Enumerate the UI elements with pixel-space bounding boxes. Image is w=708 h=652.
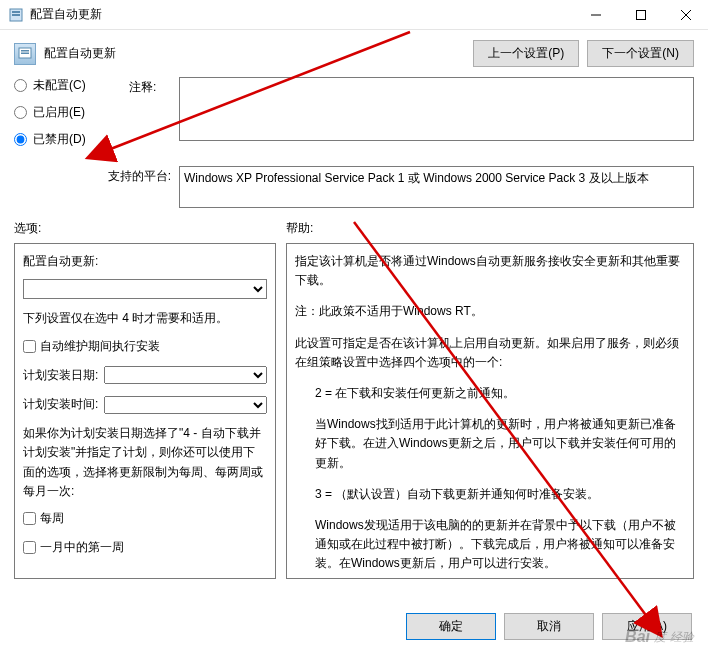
day-select[interactable]: [104, 366, 267, 384]
options-title: 配置自动更新:: [23, 252, 267, 271]
chk-weekly[interactable]: 每周: [23, 509, 267, 528]
radio-not-configured-label: 未配置(C): [33, 77, 86, 94]
svg-rect-8: [21, 50, 29, 52]
config-select[interactable]: [23, 279, 267, 299]
svg-rect-4: [636, 10, 645, 19]
radio-disabled[interactable]: 已禁用(D): [14, 131, 129, 148]
ok-button[interactable]: 确定: [406, 613, 496, 640]
radio-not-configured[interactable]: 未配置(C): [14, 77, 129, 94]
radio-disabled-label: 已禁用(D): [33, 131, 86, 148]
footer: 确定 取消 应用(A): [406, 613, 692, 640]
comment-label: 注释:: [129, 77, 179, 158]
cancel-button[interactable]: 取消: [504, 613, 594, 640]
chk-maintenance-input[interactable]: [23, 340, 36, 353]
window-title: 配置自动更新: [30, 6, 573, 23]
apply-button[interactable]: 应用(A): [602, 613, 692, 640]
svg-rect-9: [21, 52, 29, 54]
options-note: 下列设置仅在选中 4 时才需要和适用。: [23, 309, 267, 328]
svg-rect-2: [12, 14, 20, 16]
chk-weekly-label: 每周: [40, 509, 64, 528]
help-p1: 指定该计算机是否将通过Windows自动更新服务接收安全更新和其他重要下载。: [295, 252, 685, 290]
options-panel: 配置自动更新: 下列设置仅在选中 4 时才需要和适用。 自动维护期间执行安装 计…: [14, 243, 276, 579]
help-p5: 当Windows找到适用于此计算机的更新时，用户将被通知更新已准备好下载。在进入…: [295, 415, 685, 473]
policy-icon: [14, 43, 36, 65]
platform-label: 支持的平台:: [14, 166, 179, 208]
chk-maintenance[interactable]: 自动维护期间执行安装: [23, 337, 267, 356]
comment-textarea[interactable]: [179, 77, 694, 141]
help-p6: 3 = （默认设置）自动下载更新并通知何时准备安装。: [295, 485, 685, 504]
help-label: 帮助:: [286, 220, 694, 237]
titlebar: 配置自动更新: [0, 0, 708, 30]
help-p3: 此设置可指定是否在该计算机上启用自动更新。如果启用了服务，则必须在组策略设置中选…: [295, 334, 685, 372]
maximize-button[interactable]: [618, 0, 663, 30]
close-button[interactable]: [663, 0, 708, 30]
time-select[interactable]: [104, 396, 267, 414]
radio-enabled-input[interactable]: [14, 106, 27, 119]
platform-box[interactable]: Windows XP Professional Service Pack 1 或…: [179, 166, 694, 208]
page-title: 配置自动更新: [44, 45, 116, 62]
radio-enabled-label: 已启用(E): [33, 104, 85, 121]
time-label: 计划安装时间:: [23, 395, 98, 414]
chk-first-week-label: 一月中的第一周: [40, 538, 124, 557]
chk-first-week-input[interactable]: [23, 541, 36, 554]
radio-disabled-input[interactable]: [14, 133, 27, 146]
options-label: 选项:: [14, 220, 286, 237]
svg-rect-1: [12, 11, 20, 13]
chk-maintenance-label: 自动维护期间执行安装: [40, 337, 160, 356]
prev-setting-button[interactable]: 上一个设置(P): [473, 40, 579, 67]
chk-weekly-input[interactable]: [23, 512, 36, 525]
help-panel: 指定该计算机是否将通过Windows自动更新服务接收安全更新和其他重要下载。 注…: [286, 243, 694, 579]
day-label: 计划安装日期:: [23, 366, 98, 385]
radio-enabled[interactable]: 已启用(E): [14, 104, 129, 121]
minimize-button[interactable]: [573, 0, 618, 30]
next-setting-button[interactable]: 下一个设置(N): [587, 40, 694, 67]
help-p4: 2 = 在下载和安装任何更新之前通知。: [295, 384, 685, 403]
help-p7: Windows发现适用于该电脑的的更新并在背景中予以下载（用户不被通知或在此过程…: [295, 516, 685, 574]
app-icon: [8, 7, 24, 23]
help-p2: 注：此政策不适用于Windows RT。: [295, 302, 685, 321]
options-para: 如果你为计划安装日期选择了"4 - 自动下载并计划安装"并指定了计划，则你还可以…: [23, 424, 267, 501]
radio-not-configured-input[interactable]: [14, 79, 27, 92]
chk-first-week[interactable]: 一月中的第一周: [23, 538, 267, 557]
